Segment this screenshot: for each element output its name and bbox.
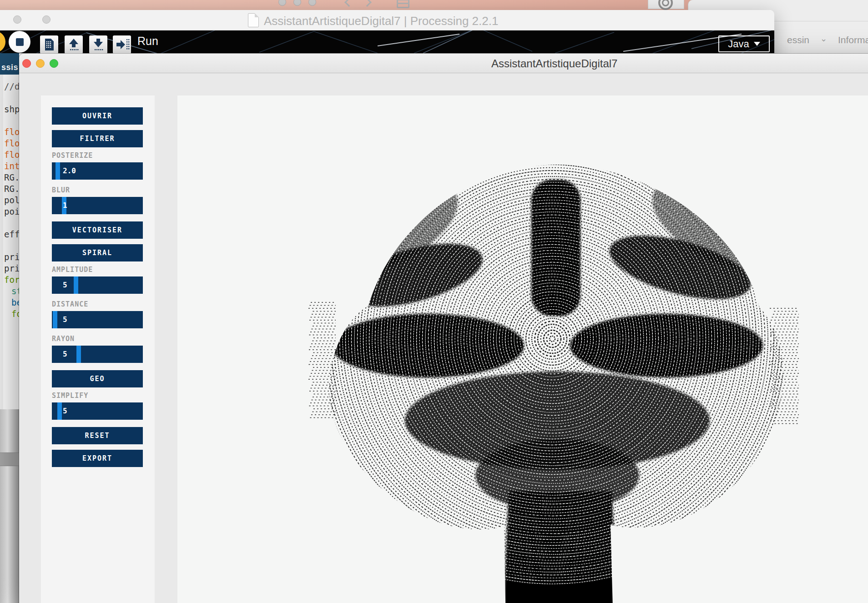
code-line: st <box>0 286 19 297</box>
background-menu-informations[interactable]: Informa <box>838 35 868 45</box>
code-line: effa <box>0 229 19 240</box>
slider-group-rayon: RAYON5 <box>52 335 143 363</box>
sketch-tab[interactable]: ssis <box>0 53 19 75</box>
button-label: GEO <box>90 375 105 383</box>
button-geo[interactable]: GEO <box>52 370 143 387</box>
slider-amplitude[interactable]: 5 <box>52 276 143 294</box>
slider-handle[interactable] <box>56 162 60 180</box>
slider-simplify[interactable]: 5 <box>52 402 143 420</box>
code-line <box>0 217 19 229</box>
code-line: poly <box>0 195 19 206</box>
code-line: prin <box>0 263 19 274</box>
code-line: RG.s <box>0 183 19 195</box>
background-window-light-icon <box>293 0 301 6</box>
button-label: EXPORT <box>82 454 112 462</box>
code-line: be <box>0 297 19 308</box>
sketch-tab-label: ssis <box>1 63 18 72</box>
code-line <box>0 115 19 126</box>
slider-value: 2.0 <box>63 166 76 175</box>
slider-label: RAYON <box>52 335 143 343</box>
code-editor[interactable]: //drshpfloafloafloaintRG.sRG.spolypoinef… <box>0 75 19 409</box>
button-filtrer[interactable]: FILTRER <box>52 130 143 147</box>
code-line: floa <box>0 138 19 149</box>
button-export[interactable]: EXPORT <box>52 450 143 467</box>
slider-value: 5 <box>63 407 67 415</box>
background-menu-dessin[interactable]: essin <box>787 35 809 45</box>
slider-handle[interactable] <box>76 346 81 363</box>
slider-handle[interactable] <box>57 402 62 420</box>
processing-titlebar[interactable]: AssistantArtistiqueDigital7 | Processing… <box>0 10 774 30</box>
button-label: OUVRIR <box>82 112 112 120</box>
code-line: int <box>0 161 19 172</box>
open-icon <box>65 35 83 53</box>
code-line: floa <box>0 149 19 161</box>
slider-value: 5 <box>63 281 67 289</box>
mode-selector-java[interactable]: Java <box>718 35 770 52</box>
slider-label: AMPLITUDE <box>52 266 143 274</box>
export-button[interactable] <box>113 35 131 53</box>
code-line: poin <box>0 206 19 217</box>
code-line <box>0 240 19 251</box>
slider-group-simplify: SIMPLIFY5 <box>52 392 143 420</box>
slider-label: POSTERIZE <box>52 151 143 160</box>
slider-value: 5 <box>63 315 67 324</box>
code-line: RG.s <box>0 172 19 183</box>
background-window-light-icon <box>308 0 316 6</box>
slider-value: 5 <box>63 350 67 358</box>
editor-scrollbar[interactable] <box>0 409 19 603</box>
save-button[interactable] <box>89 35 107 53</box>
new-sketch-button[interactable] <box>40 35 58 53</box>
slider-posterize[interactable]: 2.0 <box>52 162 143 180</box>
slider-group-blur: BLUR1 <box>52 186 143 214</box>
slider-handle[interactable] <box>53 311 57 328</box>
slider-distance[interactable]: 5 <box>52 311 143 328</box>
button-label: VECTORISER <box>72 226 122 234</box>
zoom-button[interactable] <box>50 59 58 68</box>
button-reset[interactable]: RESET <box>52 427 143 444</box>
slider-rayon[interactable]: 5 <box>52 346 143 363</box>
slider-label: SIMPLIFY <box>52 392 143 400</box>
slider-handle[interactable] <box>74 276 78 294</box>
minimize-button[interactable] <box>36 59 45 68</box>
new-sketch-icon <box>40 35 58 53</box>
export-icon <box>113 35 131 53</box>
scrollbar-thumb[interactable] <box>0 452 19 466</box>
back-chevron-icon <box>344 0 353 7</box>
slider-blur[interactable]: 1 <box>52 197 143 214</box>
processing-toolbar: Run Java <box>0 30 774 53</box>
button-ouvrir[interactable]: OUVRIR <box>52 107 143 125</box>
button-vectoriser[interactable]: VECTORISER <box>52 221 143 239</box>
sketch-titlebar[interactable]: AssistantArtistiqueDigital7 <box>19 54 868 73</box>
stop-icon <box>16 38 24 46</box>
drawing-canvas[interactable] <box>177 95 868 603</box>
slider-group-distance: DISTANCE5 <box>52 300 143 328</box>
sketch-window: AssistantArtistiqueDigital7 OUVRIRFILTRE… <box>19 54 868 603</box>
inactive-traffic-light[interactable] <box>42 15 50 24</box>
code-line: fo <box>0 308 19 320</box>
code-line: floa <box>0 126 19 138</box>
code-line: //dr <box>0 81 19 92</box>
button-label: FILTRER <box>80 135 115 143</box>
slider-group-posterize: POSTERIZE2.0 <box>52 151 143 180</box>
save-icon <box>89 35 107 53</box>
code-line: for <box>0 274 19 286</box>
mode-label: Java <box>728 38 749 50</box>
button-spiral[interactable]: SPIRAL <box>52 244 143 261</box>
background-window-icon <box>397 0 409 8</box>
chevron-down-icon: ⌄ <box>820 34 827 44</box>
controls-sidebar: OUVRIRFILTRERPOSTERIZE2.0BLUR1VECTORISER… <box>41 95 155 603</box>
code-line: shp <box>0 104 19 115</box>
desktop: essin ⌄ Informa AssistantArtistiqueDigit… <box>0 0 868 603</box>
code-line: prin <box>0 251 19 263</box>
button-label: RESET <box>85 432 110 440</box>
inactive-traffic-light[interactable] <box>13 15 21 24</box>
code-line <box>0 92 19 104</box>
open-button[interactable] <box>65 35 83 53</box>
slider-value: 1 <box>63 201 67 210</box>
button-label: SPIRAL <box>82 249 112 257</box>
slider-label: DISTANCE <box>52 300 143 308</box>
document-icon <box>248 13 259 27</box>
stop-button[interactable] <box>9 31 30 53</box>
sketch-content: OUVRIRFILTRERPOSTERIZE2.0BLUR1VECTORISER… <box>19 73 868 603</box>
close-button[interactable] <box>22 59 31 68</box>
